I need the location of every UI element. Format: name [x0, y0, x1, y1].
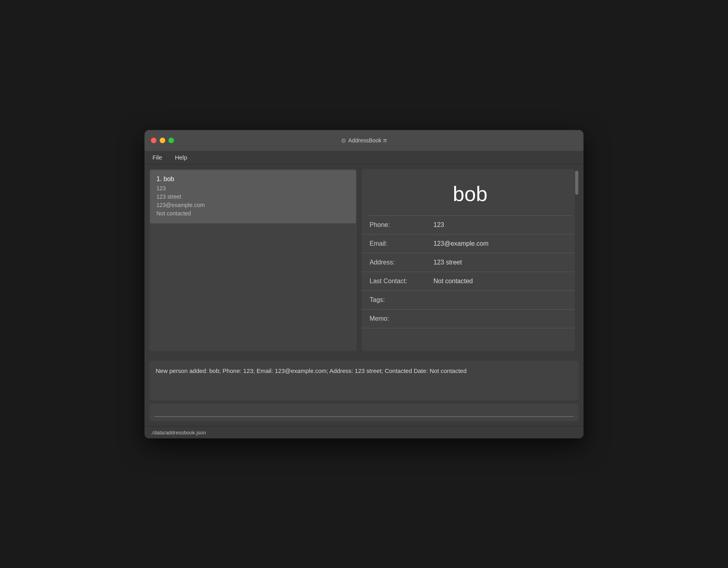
input-area [149, 404, 579, 421]
address-label: Address: [370, 259, 433, 266]
contact-list-lastcontact: Not contacted [156, 209, 350, 218]
contact-list-address: 123 street [156, 193, 350, 201]
command-input[interactable] [154, 407, 574, 417]
detail-row-lastcontact: Last Contact: Not contacted [362, 272, 579, 291]
window-title: ⊙ AddressBook π [341, 137, 387, 144]
scrollbar[interactable] [575, 169, 579, 351]
detail-name: bob [362, 169, 579, 215]
memo-label: Memo: [370, 315, 433, 322]
close-button[interactable] [151, 138, 156, 143]
address-value: 123 street [433, 259, 462, 266]
email-value: 123@example.com [433, 240, 489, 247]
detail-panel: bob Phone: 123 Email: 123@example.com Ad… [362, 169, 579, 351]
tags-label: Tags: [370, 296, 433, 304]
contact-list[interactable]: 1. bob 123 123 street 123@example.com No… [149, 169, 357, 351]
app-icon: ⊙ [341, 137, 346, 144]
phone-value: 123 [433, 221, 444, 229]
detail-row-memo: Memo: [362, 310, 579, 328]
status-path: ./data/addressbook.json [151, 430, 206, 436]
main-content: 1. bob 123 123 street 123@example.com No… [144, 164, 584, 356]
minimize-button[interactable] [160, 138, 165, 143]
contact-item[interactable]: 1. bob 123 123 street 123@example.com No… [150, 170, 356, 223]
log-text: New person added: bob; Phone: 123; Email… [156, 366, 572, 376]
detail-row-address: Address: 123 street [362, 253, 579, 272]
app-window: ⊙ AddressBook π File Help 1. bob 123 123… [144, 130, 584, 438]
title-bar: ⊙ AddressBook π [144, 130, 584, 151]
lastcontact-value: Not contacted [433, 278, 473, 285]
menu-help[interactable]: Help [173, 153, 189, 162]
contact-list-name: 1. bob [156, 176, 350, 183]
bottom-section: New person added: bob; Phone: 123; Email… [144, 356, 584, 426]
contact-list-email: 123@example.com [156, 201, 350, 209]
detail-row-tags: Tags: [362, 291, 579, 310]
lastcontact-label: Last Contact: [370, 278, 433, 285]
scrollbar-thumb[interactable] [575, 171, 578, 195]
log-area: New person added: bob; Phone: 123; Email… [149, 361, 579, 400]
menu-file[interactable]: File [151, 153, 164, 162]
email-label: Email: [370, 240, 433, 247]
contact-list-phone: 123 [156, 184, 350, 193]
status-bar: ./data/addressbook.json [144, 426, 584, 438]
phone-label: Phone: [370, 221, 433, 229]
traffic-lights [151, 138, 174, 143]
detail-row-phone: Phone: 123 [362, 216, 579, 235]
maximize-button[interactable] [168, 138, 174, 143]
menu-bar: File Help [144, 151, 584, 164]
detail-row-email: Email: 123@example.com [362, 235, 579, 253]
